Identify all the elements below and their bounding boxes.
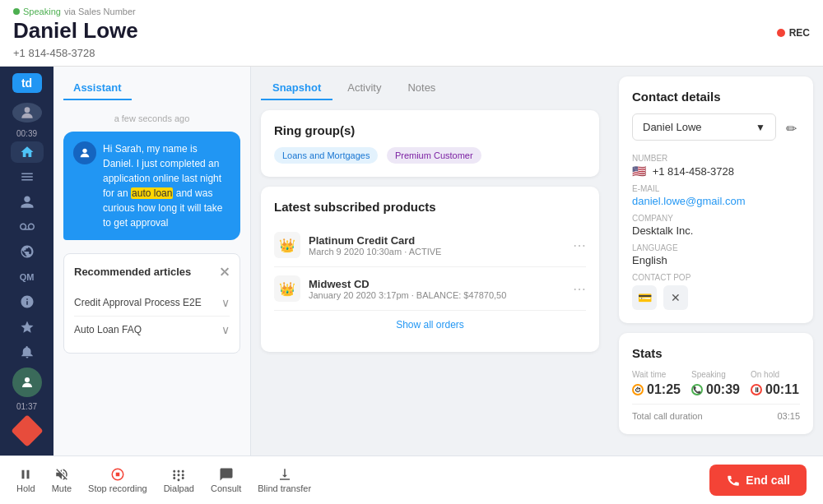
bottom-actions: Hold Mute Stop recording Dialpad Consult… xyxy=(16,467,311,493)
show-all-orders[interactable]: Show all orders xyxy=(274,311,586,339)
product-item-0: 👑 Platinum Credit Card March 9 2020 10:3… xyxy=(274,224,586,267)
sidebar: td 00:39 QM xyxy=(0,67,53,455)
dropdown-chevron-icon: ▼ xyxy=(756,122,765,133)
email-label: E-mail xyxy=(632,184,800,193)
article-item-0[interactable]: Credit Approval Process E2E ∨ xyxy=(74,289,230,317)
ring-groups-title: Ring group(s) xyxy=(274,123,586,137)
product-icon-0: 👑 xyxy=(274,232,300,258)
speaking-label: Speaking xyxy=(23,7,61,16)
content-area: Assistant a few seconds ago Hi Sarah, my… xyxy=(53,67,823,455)
on-hold-value: ⏸ 00:11 xyxy=(751,382,800,397)
tab-notes[interactable]: Notes xyxy=(396,76,447,100)
contact-details-card: Contact details Daniel Lowe ▼ ✏ Number 🇺… xyxy=(619,76,813,323)
sidebar-timer-bottom: 01:37 xyxy=(16,402,37,411)
stat-wait: Wait time ⏱ 01:25 xyxy=(632,370,681,397)
via-label: via Sales Number xyxy=(64,7,136,16)
company-label: Company xyxy=(632,214,800,223)
mute-button[interactable]: Mute xyxy=(52,467,72,493)
consult-button[interactable]: Consult xyxy=(211,467,241,493)
speaking-icon: 📞 xyxy=(691,384,703,395)
sidebar-item-qm[interactable]: QM xyxy=(11,266,44,288)
language-value: English xyxy=(632,254,800,266)
highlight-auto: auto loan xyxy=(131,187,173,199)
product-info-0: Platinum Credit Card March 9 2020 10:30a… xyxy=(309,234,565,257)
chevron-down-icon-1: ∨ xyxy=(221,323,230,336)
on-hold-label: On hold xyxy=(751,370,800,379)
hold-button[interactable]: Hold xyxy=(16,467,35,493)
sidebar-item-star[interactable] xyxy=(11,317,44,338)
dialpad-button[interactable]: Dialpad xyxy=(164,467,194,493)
sidebar-item-info[interactable] xyxy=(11,291,44,312)
sidebar-avatar-top xyxy=(12,103,42,123)
end-call-button[interactable]: End call xyxy=(709,465,807,496)
bell-icon[interactable] xyxy=(20,344,35,363)
rec-dot-icon xyxy=(777,29,785,37)
chat-timestamp: a few seconds ago xyxy=(63,113,240,123)
total-call-label: Total call duration xyxy=(632,411,703,421)
chat-text: Hi Sarah, my name is Daniel. I just comp… xyxy=(103,141,230,230)
chevron-down-icon-0: ∨ xyxy=(221,296,230,309)
speaking-stat-label: Speaking xyxy=(691,370,741,379)
product-more-0[interactable]: ⋯ xyxy=(573,238,586,253)
ring-groups-card: Ring group(s) Loans and Mortgages Premiu… xyxy=(261,110,599,177)
product-name-0: Platinum Credit Card xyxy=(309,234,565,247)
product-info-1: Midwest CD January 20 2020 3:17pm · BALA… xyxy=(309,278,565,300)
sidebar-item-contact[interactable] xyxy=(11,191,44,212)
center-panel: Snapshot Activity Notes Ring group(s) Lo… xyxy=(251,67,609,455)
tab-activity[interactable]: Activity xyxy=(336,76,393,100)
product-more-1[interactable]: ⋯ xyxy=(573,281,586,297)
total-call-row: Total call duration 03:15 xyxy=(632,404,800,421)
sidebar-item-globe[interactable] xyxy=(11,241,44,262)
svg-rect-4 xyxy=(116,473,120,477)
speaking-value: 📞 00:39 xyxy=(691,382,741,397)
contact-pop-icons: 💳 ✕ xyxy=(632,285,800,310)
email-value[interactable]: daniel.lowe@gmail.com xyxy=(632,195,800,207)
tab-snapshot[interactable]: Snapshot xyxy=(261,76,332,100)
main-layout: td 00:39 QM xyxy=(0,67,823,455)
stat-speaking: Speaking 📞 00:39 xyxy=(691,370,741,397)
diamond-icon xyxy=(16,419,39,442)
left-panel: Assistant a few seconds ago Hi Sarah, my… xyxy=(53,67,251,455)
pop-icon-transfer[interactable]: ✕ xyxy=(663,285,688,310)
sidebar-item-menu[interactable] xyxy=(11,166,44,187)
edit-contact-button[interactable]: ✏ xyxy=(783,118,800,140)
top-bar: Speaking via Sales Number Daniel Lowe +1… xyxy=(0,0,823,67)
article-item-1[interactable]: Auto Loan FAQ ∨ xyxy=(74,317,230,343)
svg-point-0 xyxy=(24,107,30,113)
bottom-bar: Hold Mute Stop recording Dialpad Consult… xyxy=(0,455,823,504)
rec-badge: REC xyxy=(777,27,810,39)
sidebar-bottom: 01:37 xyxy=(12,344,42,449)
tab-assistant[interactable]: Assistant xyxy=(63,76,132,100)
products-card: Latest subscribed products 👑 Platinum Cr… xyxy=(261,187,599,352)
products-title: Latest subscribed products xyxy=(274,200,586,214)
collapse-icon[interactable]: ⤬ xyxy=(219,264,230,280)
flag-icon: 🇺🇸 xyxy=(632,164,646,178)
tag-loans: Loans and Mortgages xyxy=(274,147,378,164)
center-tab-bar: Snapshot Activity Notes xyxy=(261,76,599,100)
contact-name-dropdown[interactable]: Daniel Lowe ▼ xyxy=(632,113,776,141)
recommended-title: Recommended articles ⤬ xyxy=(74,264,230,280)
chat-bubble: Hi Sarah, my name is Daniel. I just comp… xyxy=(63,132,240,240)
contact-name: Daniel Lowe xyxy=(13,18,138,44)
chat-avatar xyxy=(73,141,96,164)
tag-premium: Premium Customer xyxy=(387,147,481,164)
product-item-1: 👑 Midwest CD January 20 2020 3:17pm · BA… xyxy=(274,267,586,311)
company-value: Desktalk Inc. xyxy=(632,224,800,237)
tags-container: Loans and Mortgages Premium Customer xyxy=(274,147,586,164)
sidebar-avatar-bottom xyxy=(12,368,42,397)
product-date-0: March 9 2020 10:30am · ACTIVE xyxy=(309,247,565,257)
pop-icon-card[interactable]: 💳 xyxy=(632,285,657,310)
contact-details-title: Contact details xyxy=(632,90,800,104)
stats-title: Stats xyxy=(632,346,800,360)
blind-transfer-button[interactable]: Blind transfer xyxy=(258,467,311,493)
app-logo: td xyxy=(12,73,42,93)
stop-recording-button[interactable]: Stop recording xyxy=(88,467,147,493)
stat-on-hold: On hold ⏸ 00:11 xyxy=(751,370,800,397)
wait-value: ⏱ 01:25 xyxy=(632,382,681,397)
stats-row: Wait time ⏱ 01:25 Speaking 📞 00:39 xyxy=(632,370,800,397)
wait-icon: ⏱ xyxy=(632,384,644,395)
sidebar-item-home[interactable] xyxy=(11,141,44,163)
number-value: 🇺🇸 +1 814-458-3728 xyxy=(632,164,800,178)
sidebar-item-voicemail[interactable] xyxy=(11,216,44,238)
product-date-1: January 20 2020 3:17pm · BALANCE: $47870… xyxy=(309,290,565,300)
